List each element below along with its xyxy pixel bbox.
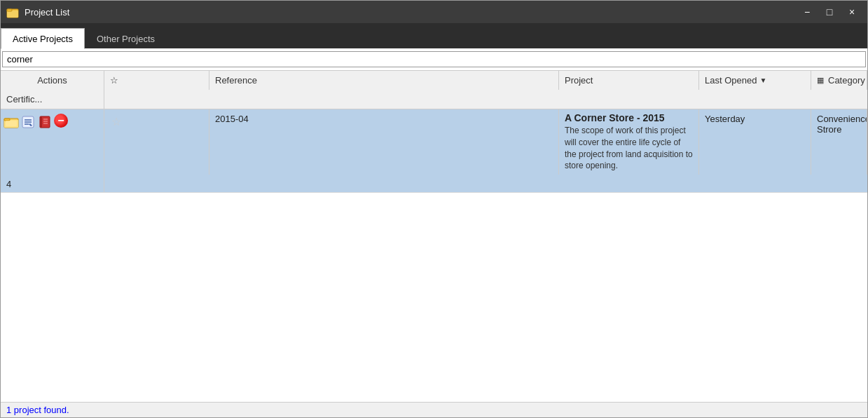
tab-other-projects[interactable]: Other Projects xyxy=(85,28,167,49)
search-input[interactable] xyxy=(2,51,866,67)
window-title: Project List xyxy=(25,7,797,18)
project-name: A Corner Store - 2015 xyxy=(565,112,693,123)
status-text: 1 project found. xyxy=(6,405,69,415)
tab-bar: Active Projects Other Projects xyxy=(1,23,867,48)
minimize-button[interactable]: − xyxy=(797,4,817,20)
td-reference: 2015-04 xyxy=(209,109,559,175)
sort-desc-icon: ▼ xyxy=(759,76,766,84)
col-certific: Certific... xyxy=(1,90,104,109)
col-category: ▦ Category xyxy=(811,71,867,90)
col-fav: ☆ xyxy=(104,71,209,90)
svg-rect-2 xyxy=(7,9,12,11)
maximize-button[interactable]: □ xyxy=(820,4,839,20)
main-window: Project List − □ × Active Projects Other… xyxy=(0,0,868,418)
project-description: The scope of work of this project will c… xyxy=(565,125,693,172)
col-project: Project xyxy=(559,71,699,90)
open-folder-icon[interactable] xyxy=(4,114,19,129)
svg-rect-6 xyxy=(6,121,17,126)
table-header: Actions ☆ Reference Project Last Opened … xyxy=(1,71,867,109)
book-icon[interactable] xyxy=(37,114,53,130)
col-actions: Actions xyxy=(1,71,104,90)
td-category: Convenience Strore xyxy=(811,109,867,175)
table-row: ☆ 2015-04 A Corner Store - 2015 The scop… xyxy=(1,109,867,193)
td-last-opened: Yesterday xyxy=(699,109,811,175)
td-certific: 4 xyxy=(1,175,104,192)
status-bar: 1 project found. xyxy=(1,402,867,417)
edit-icon[interactable] xyxy=(20,114,36,130)
td-project: A Corner Store - 2015 The scope of work … xyxy=(559,109,699,175)
favorite-star-icon[interactable]: ☆ xyxy=(111,115,121,128)
tab-active-projects[interactable]: Active Projects xyxy=(1,28,85,49)
window-controls: − □ × xyxy=(797,4,862,20)
app-icon xyxy=(6,6,19,18)
svg-rect-5 xyxy=(4,119,10,121)
td-actions xyxy=(1,109,104,175)
close-button[interactable]: × xyxy=(842,4,862,20)
remove-button[interactable] xyxy=(54,114,68,128)
title-bar: Project List − □ × xyxy=(1,1,867,23)
table-body: ☆ 2015-04 A Corner Store - 2015 The scop… xyxy=(1,109,867,402)
search-bar xyxy=(1,48,867,71)
col-reference: Reference xyxy=(209,71,559,90)
svg-rect-12 xyxy=(40,116,42,128)
td-fav: ☆ xyxy=(104,109,209,175)
table-container: Actions ☆ Reference Project Last Opened … xyxy=(1,71,867,402)
col-last-opened[interactable]: Last Opened ▼ xyxy=(699,71,811,90)
filter-icon: ▦ xyxy=(817,76,824,85)
